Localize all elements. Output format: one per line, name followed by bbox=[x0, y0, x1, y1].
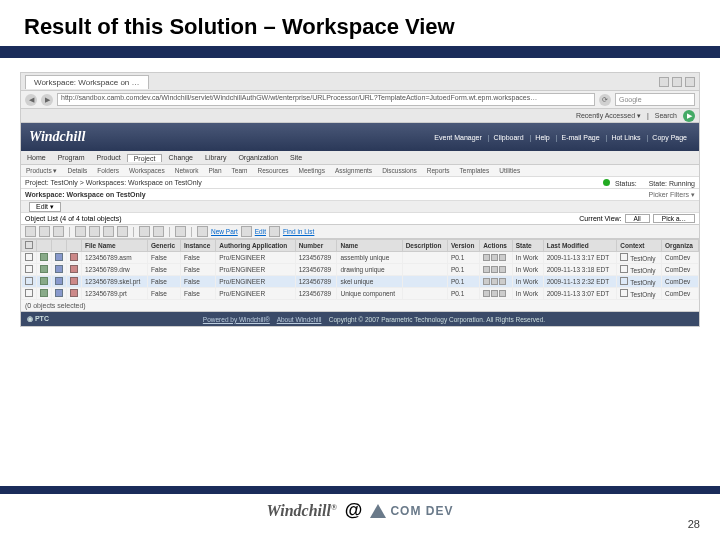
tab-library[interactable]: Library bbox=[199, 154, 232, 161]
tab-organization[interactable]: Organization bbox=[232, 154, 284, 161]
subtab-plan[interactable]: Plan bbox=[204, 167, 227, 174]
new-part-link[interactable]: New Part bbox=[211, 228, 238, 235]
action-icon[interactable] bbox=[499, 290, 506, 297]
action-icon[interactable] bbox=[491, 266, 498, 273]
tool-icon[interactable] bbox=[25, 226, 36, 237]
subtab-reports[interactable]: Reports bbox=[422, 167, 455, 174]
action-icon[interactable] bbox=[491, 290, 498, 297]
subtab-details[interactable]: Details bbox=[62, 167, 92, 174]
table-row[interactable]: 123456789.prtFalseFalsePro/ENGINEER12345… bbox=[22, 288, 699, 300]
row-checkbox[interactable] bbox=[25, 289, 33, 297]
close-icon[interactable] bbox=[685, 77, 695, 87]
cell-context: TestOnly bbox=[617, 288, 662, 300]
col-name[interactable]: Name bbox=[337, 240, 402, 252]
subtab-folders[interactable]: Folders bbox=[92, 167, 124, 174]
subtab-utilities[interactable]: Utilities bbox=[494, 167, 525, 174]
browser-tab[interactable]: Workspace: Workspace on … bbox=[25, 75, 149, 89]
back-icon[interactable]: ◀ bbox=[25, 94, 37, 106]
link-clipboard[interactable]: Clipboard bbox=[494, 134, 532, 141]
search-box[interactable]: Google bbox=[615, 93, 695, 106]
tab-site[interactable]: Site bbox=[284, 154, 308, 161]
pick-select[interactable]: Pick a… bbox=[653, 214, 695, 223]
minimize-icon[interactable] bbox=[659, 77, 669, 87]
col-last-modified[interactable]: Last Modified bbox=[543, 240, 617, 252]
tool-icon[interactable] bbox=[153, 226, 164, 237]
col-actions[interactable]: Actions bbox=[480, 240, 513, 252]
col-description[interactable]: Description bbox=[402, 240, 447, 252]
subtab-products[interactable]: Products ▾ bbox=[21, 167, 62, 175]
picker-filters-dropdown[interactable]: Picker Filters ▾ bbox=[649, 191, 695, 199]
object-table: File Name Generic Instance Authoring App… bbox=[21, 239, 699, 300]
subtab-assignments[interactable]: Assignments bbox=[330, 167, 377, 174]
col-authoring-app[interactable]: Authoring Application bbox=[216, 240, 295, 252]
col-organization[interactable]: Organiza bbox=[662, 240, 699, 252]
row-checkbox[interactable] bbox=[25, 265, 33, 273]
edit-link[interactable]: Edit bbox=[255, 228, 266, 235]
tab-program[interactable]: Program bbox=[52, 154, 91, 161]
link-event-manager[interactable]: Event Manager bbox=[434, 134, 489, 141]
tab-home[interactable]: Home bbox=[21, 154, 52, 161]
col-version[interactable]: Version bbox=[447, 240, 479, 252]
link-email-page[interactable]: E-mail Page bbox=[562, 134, 608, 141]
app-header: Windchill Event Manager Clipboard Help E… bbox=[21, 123, 699, 151]
go-icon[interactable]: ▶ bbox=[683, 110, 695, 122]
find-in-list-link[interactable]: Find in List bbox=[283, 228, 314, 235]
subtab-resources[interactable]: Resources bbox=[252, 167, 293, 174]
tool-icon[interactable] bbox=[175, 226, 186, 237]
tool-icon[interactable] bbox=[139, 226, 150, 237]
subtab-team[interactable]: Team bbox=[227, 167, 253, 174]
action-icon[interactable] bbox=[491, 254, 498, 261]
tool-icon[interactable] bbox=[75, 226, 86, 237]
col-generic[interactable]: Generic bbox=[147, 240, 180, 252]
tab-project[interactable]: Project bbox=[127, 154, 163, 162]
col-file-name[interactable]: File Name bbox=[82, 240, 148, 252]
row-checkbox[interactable] bbox=[25, 277, 33, 285]
action-icon[interactable] bbox=[483, 278, 490, 285]
search-link[interactable]: Search bbox=[655, 112, 677, 119]
recently-accessed-link[interactable]: Recently Accessed ▾ bbox=[576, 112, 641, 120]
url-input[interactable]: http://sandbox.camb.comdev.ca/Windchill/… bbox=[57, 93, 595, 106]
action-icon[interactable] bbox=[499, 266, 506, 273]
about-link[interactable]: About Windchill bbox=[277, 316, 322, 323]
select-all-checkbox[interactable] bbox=[25, 241, 33, 249]
action-icon[interactable] bbox=[499, 254, 506, 261]
action-icon[interactable] bbox=[483, 254, 490, 261]
subtab-meetings[interactable]: Meetings bbox=[294, 167, 330, 174]
table-row[interactable]: 123456789.drwFalseFalsePro/ENGINEER12345… bbox=[22, 264, 699, 276]
table-row[interactable]: 123456789.skel.prtFalseFalsePro/ENGINEER… bbox=[22, 276, 699, 288]
current-view-select[interactable]: All bbox=[625, 214, 650, 223]
subtab-workspaces[interactable]: Workspaces bbox=[124, 167, 170, 174]
find-icon[interactable] bbox=[269, 226, 280, 237]
subtab-templates[interactable]: Templates bbox=[455, 167, 495, 174]
subtab-network[interactable]: Network bbox=[170, 167, 204, 174]
link-hot-links[interactable]: Hot Links bbox=[611, 134, 648, 141]
action-icon[interactable] bbox=[483, 266, 490, 273]
link-copy-page[interactable]: Copy Page bbox=[652, 134, 691, 141]
maximize-icon[interactable] bbox=[672, 77, 682, 87]
new-part-icon[interactable] bbox=[197, 226, 208, 237]
tool-icon[interactable] bbox=[53, 226, 64, 237]
link-help[interactable]: Help bbox=[535, 134, 557, 141]
forward-icon[interactable]: ▶ bbox=[41, 94, 53, 106]
reload-icon[interactable]: ⟳ bbox=[599, 94, 611, 106]
tool-icon[interactable] bbox=[103, 226, 114, 237]
action-icon[interactable] bbox=[483, 290, 490, 297]
row-checkbox[interactable] bbox=[25, 253, 33, 261]
tool-icon[interactable] bbox=[39, 226, 50, 237]
col-state[interactable]: State bbox=[512, 240, 543, 252]
action-icon[interactable] bbox=[499, 278, 506, 285]
tab-change[interactable]: Change bbox=[162, 154, 199, 161]
edit-icon[interactable] bbox=[241, 226, 252, 237]
cell-instance: False bbox=[180, 264, 215, 276]
col-instance[interactable]: Instance bbox=[180, 240, 215, 252]
powered-by-link[interactable]: Powered by Windchill® bbox=[203, 316, 270, 323]
col-context[interactable]: Context bbox=[617, 240, 662, 252]
tool-icon[interactable] bbox=[117, 226, 128, 237]
col-number[interactable]: Number bbox=[295, 240, 337, 252]
subtab-discussions[interactable]: Discussions bbox=[377, 167, 422, 174]
table-row[interactable]: 123456789.asmFalseFalsePro/ENGINEER12345… bbox=[22, 252, 699, 264]
edit-dropdown[interactable]: Edit ▾ bbox=[29, 202, 61, 212]
action-icon[interactable] bbox=[491, 278, 498, 285]
tool-icon[interactable] bbox=[89, 226, 100, 237]
tab-product[interactable]: Product bbox=[91, 154, 127, 161]
